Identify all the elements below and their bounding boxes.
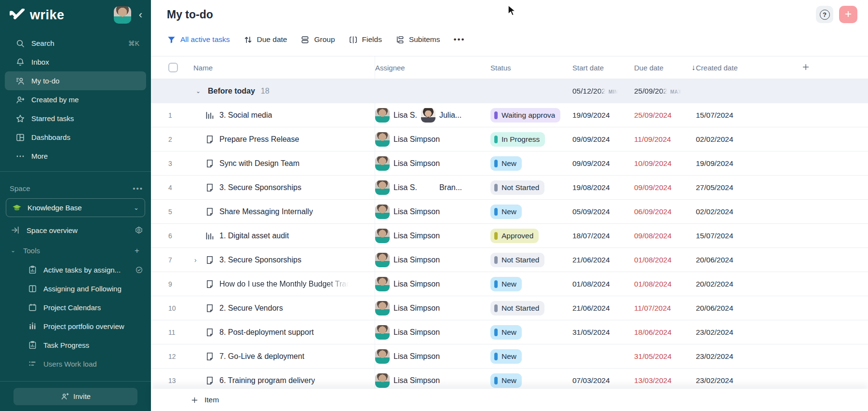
column-header-assignee[interactable]: Assignee	[375, 64, 490, 72]
assignee-cell[interactable]: Lisa S.Bran...	[375, 180, 490, 195]
start-date-cell[interactable]: 01/08/2024	[572, 280, 634, 288]
assignee-cell[interactable]: Lisa Simpson	[375, 132, 490, 147]
status-badge[interactable]: New	[490, 156, 522, 171]
created-date-cell[interactable]: 23/02/2024	[696, 328, 781, 337]
start-date-cell[interactable]: 19/09/2024	[572, 111, 634, 120]
add-tool-plus-icon[interactable]: +	[135, 246, 143, 255]
start-date-cell[interactable]: 09/09/2024	[572, 135, 634, 144]
start-date-cell[interactable]: 21/06/2024	[572, 256, 634, 264]
created-date-cell[interactable]: 20/06/2024	[696, 256, 781, 264]
add-column-button[interactable]	[781, 63, 868, 73]
toolbar-more-icon[interactable]: •••	[454, 35, 465, 44]
created-date-cell[interactable]: 15/07/2024	[696, 232, 781, 240]
assignee-cell[interactable]: Lisa Simpson	[375, 156, 490, 171]
table-row[interactable]: 1 3. Social media Lisa S.Julia... Waitin…	[151, 103, 868, 127]
sort-due-date[interactable]: Due date	[244, 35, 287, 44]
due-date-cell[interactable]: 13/03/2024	[634, 376, 696, 385]
table-row[interactable]: 7 › 3. Secure Sponsorships Lisa Simpson …	[151, 248, 868, 272]
due-date-cell[interactable]: 25/09/2024	[634, 111, 696, 120]
table-row[interactable]: 11 8. Post-deployment support Lisa Simps…	[151, 320, 868, 344]
table-row[interactable]: 2 Prepare Press Release Lisa Simpson In …	[151, 127, 868, 151]
space-selector-knowledge-base[interactable]: Knowledge Base ⌄	[6, 198, 145, 217]
assignee-cell[interactable]: Lisa Simpson	[375, 301, 490, 315]
wrike-logo[interactable]: wrike	[10, 8, 114, 23]
start-date-cell[interactable]: 19/08/2024	[572, 183, 634, 192]
due-date-cell[interactable]: 11/09/2024	[634, 135, 696, 144]
created-date-cell[interactable]: 27/05/2024	[696, 183, 781, 192]
due-date-cell[interactable]: 31/05/2024	[634, 352, 696, 361]
tool-item-active-tasks-by-assign[interactable]: Active tasks by assign...	[0, 260, 151, 279]
status-badge[interactable]: Approved	[490, 229, 539, 243]
table-row[interactable]: 12 7. Go-Live & deployment Lisa Simpson …	[151, 344, 868, 369]
created-date-cell[interactable]: 19/09/2024	[696, 159, 781, 168]
task-name[interactable]: 6. Training program delivery	[219, 376, 315, 385]
task-name[interactable]: 1. Digital asset audit	[219, 232, 289, 240]
created-date-cell[interactable]: 20/06/2024	[696, 304, 781, 313]
tool-item-assigning-and-following[interactable]: Assigning and Following	[0, 279, 151, 298]
status-badge[interactable]: New	[490, 373, 522, 388]
status-badge[interactable]: New	[490, 325, 522, 340]
add-item-button[interactable]: Item	[190, 396, 219, 404]
task-name[interactable]: How do I use the Monthly Budget Trac	[219, 280, 350, 288]
task-name[interactable]: 3. Secure Sponsorships	[219, 256, 301, 264]
create-new-button[interactable]: +	[839, 6, 857, 23]
fields-button[interactable]: Fields	[349, 35, 382, 44]
due-date-cell[interactable]: 09/09/2024	[634, 183, 696, 192]
filter-all-active-tasks[interactable]: All active tasks	[167, 35, 230, 44]
status-badge[interactable]: Not Started	[490, 301, 544, 315]
gear-icon[interactable]	[135, 226, 143, 234]
sidebar-item-starred-tasks[interactable]: Starred tasks	[5, 109, 146, 128]
sidebar-item-dashboards[interactable]: Dashboards	[5, 128, 146, 147]
select-all-checkbox[interactable]	[168, 63, 178, 72]
group-row-before-today[interactable]: ⌄ Before today 18 05/12/202 MIN 25/09/20…	[151, 79, 868, 103]
assignee-cell[interactable]: Lisa Simpson	[375, 373, 490, 388]
task-name[interactable]: 7. Go-Live & deployment	[219, 352, 304, 361]
invite-button[interactable]: Invite	[14, 388, 137, 405]
start-date-cell[interactable]: 31/05/2024	[572, 328, 634, 337]
sort-descending-icon[interactable]: ↓	[692, 63, 695, 72]
table-row[interactable]: 5 Share Messaging Internally Lisa Simpso…	[151, 200, 868, 224]
status-badge[interactable]: Not Started	[490, 180, 544, 195]
due-date-cell[interactable]: 06/09/2024	[634, 207, 696, 216]
column-header-start-date[interactable]: Start date	[572, 64, 634, 72]
column-header-due-date[interactable]: Due date ↓	[634, 63, 696, 72]
created-date-cell[interactable]: 02/02/2024	[696, 135, 781, 144]
assignee-cell[interactable]: Lisa Simpson	[375, 325, 490, 340]
task-name[interactable]: Prepare Press Release	[219, 135, 299, 144]
created-date-cell[interactable]: 23/02/2024	[696, 352, 781, 361]
created-date-cell[interactable]: 15/07/2024	[696, 111, 781, 120]
start-date-cell[interactable]: 05/09/2024	[572, 207, 634, 216]
assignee-cell[interactable]: Lisa S.Julia...	[375, 108, 490, 123]
status-badge[interactable]: Not Started	[490, 253, 544, 267]
user-avatar[interactable]	[114, 6, 131, 24]
due-date-cell[interactable]: 18/06/2024	[634, 328, 696, 337]
table-row[interactable]: 6 1. Digital asset audit Lisa Simpson Ap…	[151, 224, 868, 248]
assignee-cell[interactable]: Lisa Simpson	[375, 205, 490, 219]
group-button[interactable]: Group	[300, 35, 335, 44]
tool-item-task-progress[interactable]: Task Progress	[0, 336, 151, 355]
column-header-status[interactable]: Status	[490, 64, 572, 72]
start-date-cell[interactable]: 09/09/2024	[572, 159, 634, 168]
column-header-created-date[interactable]: Created date	[696, 64, 781, 72]
table-row[interactable]: 13 6. Training program delivery Lisa Sim…	[151, 369, 868, 389]
expand-chevron-icon[interactable]: ›	[193, 256, 205, 264]
tool-item-project-portfolio-overview[interactable]: Project portfolio overview	[0, 317, 151, 336]
table-row[interactable]: 3 Sync with Design Team Lisa Simpson New…	[151, 151, 868, 176]
due-date-cell[interactable]: 01/08/2024	[634, 256, 696, 264]
task-name[interactable]: 3. Secure Sponsorships	[219, 183, 301, 192]
assignee-cell[interactable]: Lisa Simpson	[375, 277, 490, 291]
due-date-cell[interactable]: 10/09/2024	[634, 159, 696, 168]
created-date-cell[interactable]: 23/02/2024	[696, 376, 781, 385]
tool-item-users-work-load[interactable]: Users Work load	[0, 355, 151, 373]
status-badge[interactable]: In Progress	[490, 132, 545, 147]
sidebar-collapse-icon[interactable]: ‹	[137, 8, 144, 22]
assignee-cell[interactable]: Lisa Simpson	[375, 253, 490, 267]
due-date-cell[interactable]: 11/07/2024	[634, 304, 696, 313]
group-collapse-icon[interactable]: ⌄	[193, 88, 203, 95]
task-name[interactable]: 3. Social media	[219, 111, 272, 120]
created-date-cell[interactable]: 20/02/2024	[696, 280, 781, 288]
start-date-cell[interactable]: 18/07/2024	[572, 232, 634, 240]
status-badge[interactable]: Waiting approva	[490, 108, 560, 123]
status-badge[interactable]: New	[490, 349, 522, 364]
created-date-cell[interactable]: 02/02/2024	[696, 207, 781, 216]
